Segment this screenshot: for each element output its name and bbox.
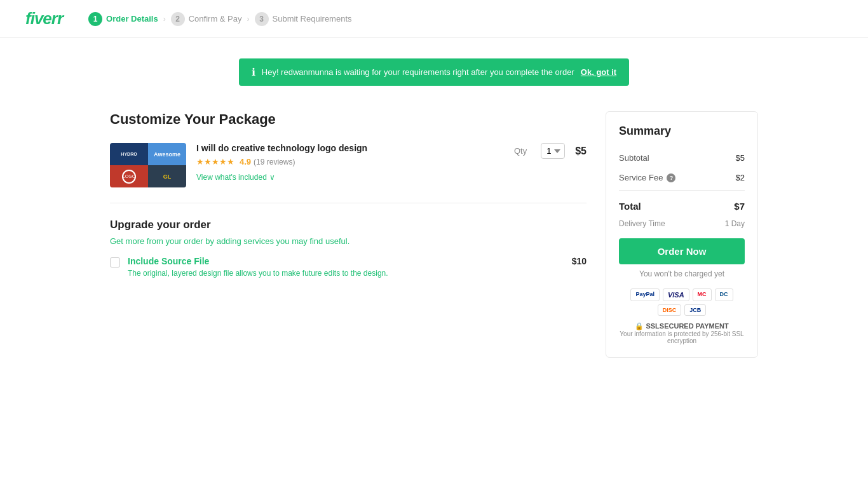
upgrade-title: Upgrade your order xyxy=(110,219,587,231)
step-arrow-2: › xyxy=(247,15,250,24)
subtotal-label: Subtotal xyxy=(619,153,649,163)
product-row: HYDRO Awesome LOGO GL I will do creative… xyxy=(110,143,587,203)
step-2-label: Confirm & Pay xyxy=(189,14,242,24)
info-icon: ℹ xyxy=(252,66,255,78)
summary-card: Summary Subtotal $5 Service Fee ? $2 Tot… xyxy=(606,111,758,358)
header: fiverr 1 Order Details › 2 Confirm & Pay… xyxy=(0,0,868,38)
rating-number: 4.9 xyxy=(240,157,251,166)
banner-message: Hey! redwanmunna is waiting for your req… xyxy=(262,67,574,77)
img-cell-1: HYDRO xyxy=(110,143,148,165)
upgrade-desc: Get more from your order by adding servi… xyxy=(110,236,587,246)
review-count: (19 reviews) xyxy=(254,158,295,166)
total-label: Total xyxy=(619,201,641,212)
step-1: 1 Order Details xyxy=(88,12,158,26)
qty-label: Qty xyxy=(514,146,527,156)
addon-row: Include Source File The original, layere… xyxy=(110,256,587,278)
upgrade-link-2[interactable]: may find useful xyxy=(292,236,347,246)
subtotal-line: Subtotal $5 xyxy=(619,148,745,168)
delivery-line: Delivery Time 1 Day xyxy=(619,219,745,228)
paypal-icon: PayPal xyxy=(630,288,660,301)
service-fee-line: Service Fee ? $2 xyxy=(619,168,745,187)
page-title: Customize Your Package xyxy=(110,111,587,128)
step-3-label: Submit Requirements xyxy=(273,14,352,24)
product-title: I will do creative technology logo desig… xyxy=(196,143,504,153)
step-1-label: Order Details xyxy=(106,14,158,24)
subtotal-value: $5 xyxy=(736,153,745,163)
left-column: Customize Your Package HYDRO Awesome LOG… xyxy=(110,111,587,358)
summary-divider xyxy=(619,190,745,191)
addon-price: $10 xyxy=(572,256,587,266)
step-2-circle: 2 xyxy=(171,12,185,26)
service-fee-help-icon[interactable]: ? xyxy=(667,173,675,182)
no-charge-text: You won't be charged yet xyxy=(619,269,745,278)
product-price: $5 xyxy=(575,146,587,157)
right-column: Summary Subtotal $5 Service Fee ? $2 Tot… xyxy=(606,111,758,358)
svg-text:LOGO: LOGO xyxy=(123,174,136,179)
step-2: 2 Confirm & Pay xyxy=(171,12,242,26)
service-fee-value: $2 xyxy=(736,173,745,182)
img-cell-2: Awesome xyxy=(148,143,186,165)
upgrade-section: Upgrade your order Get more from your or… xyxy=(110,219,587,278)
ssl-text: 🔒 SSLSECURED PAYMENT Your information is… xyxy=(619,322,745,344)
main-container: Customize Your Package HYDRO Awesome LOG… xyxy=(85,98,783,370)
star-rating: ★★★★★ xyxy=(196,157,234,166)
svg-text:HYDRO: HYDRO xyxy=(121,151,137,156)
summary-title: Summary xyxy=(619,125,745,138)
view-included-link[interactable]: View what's included ∨ xyxy=(196,173,275,182)
addon-name: Include Source File xyxy=(128,256,564,266)
info-banner: ℹ Hey! redwanmunna is waiting for your r… xyxy=(239,58,629,86)
product-image: HYDRO Awesome LOGO GL xyxy=(110,143,186,187)
step-1-circle: 1 xyxy=(88,12,102,26)
payment-icons: PayPal VISA MC DC DISC JCB xyxy=(619,288,745,316)
banner-link[interactable]: Ok, got it xyxy=(581,67,616,77)
img-cell-3: LOGO xyxy=(110,165,148,187)
steps-nav: 1 Order Details › 2 Confirm & Pay › 3 Su… xyxy=(88,12,351,26)
product-info: I will do creative technology logo desig… xyxy=(196,143,504,182)
img-cell-4: GL xyxy=(148,165,186,187)
qty-price-section: Qty 1 2 3 $5 xyxy=(514,143,587,159)
diners-icon: DC xyxy=(715,288,733,301)
total-line: Total $7 xyxy=(619,193,745,219)
addon-description: The original, layered design file allows… xyxy=(128,269,564,278)
order-now-button[interactable]: Order Now xyxy=(619,238,745,264)
addon-checkbox[interactable] xyxy=(110,257,120,268)
delivery-value: 1 Day xyxy=(725,219,745,228)
service-fee-label: Service Fee ? xyxy=(619,173,675,182)
step-3: 3 Submit Requirements xyxy=(255,12,352,26)
discover-icon: DISC xyxy=(658,304,682,316)
step-3-circle: 3 xyxy=(255,12,269,26)
ssl-info: Your information is protected by 256-bit… xyxy=(619,330,745,344)
mastercard-icon: MC xyxy=(693,288,712,301)
jcb-icon: JCB xyxy=(684,304,706,316)
total-value: $7 xyxy=(734,201,745,212)
delivery-label: Delivery Time xyxy=(619,219,665,228)
addon-info: Include Source File The original, layere… xyxy=(128,256,564,278)
ssl-secure-label: 🔒 SSLSECURED PAYMENT xyxy=(619,322,745,330)
visa-icon: VISA xyxy=(663,288,689,301)
fiverr-logo: fiverr xyxy=(25,9,63,29)
quantity-select[interactable]: 1 2 3 xyxy=(541,143,565,159)
step-arrow-1: › xyxy=(163,15,166,24)
upgrade-link-1[interactable]: more from your order xyxy=(126,236,203,246)
